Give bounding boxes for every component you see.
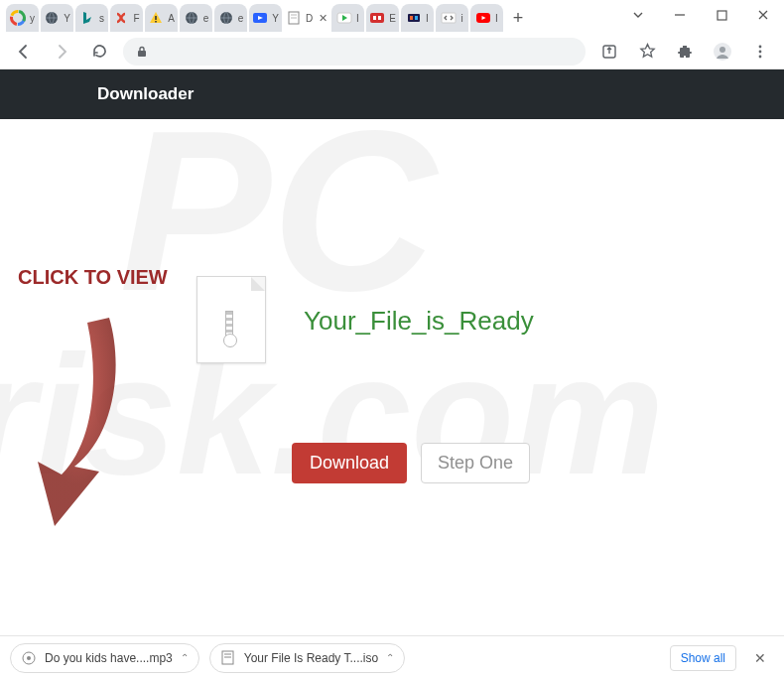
favicon-icon <box>44 10 60 26</box>
reload-button[interactable] <box>85 38 113 66</box>
browser-tab[interactable]: e <box>214 4 247 32</box>
browser-tab[interactable]: E <box>366 4 399 32</box>
click-to-view-label: CLICK TO VIEW <box>18 266 168 289</box>
browser-tab[interactable]: A <box>145 4 178 32</box>
svg-point-27 <box>719 47 725 53</box>
browser-tab[interactable]: Y <box>41 4 73 32</box>
new-tab-button[interactable]: + <box>505 5 531 31</box>
tab-label: I <box>426 13 429 24</box>
tab-label: D <box>306 13 313 24</box>
maximize-button[interactable] <box>701 0 742 30</box>
download-button[interactable]: Download <box>292 443 407 483</box>
tab-label: I <box>356 13 359 24</box>
svg-rect-15 <box>373 16 376 20</box>
svg-rect-17 <box>408 14 420 22</box>
favicon-icon <box>441 10 457 26</box>
menu-icon[interactable] <box>746 38 774 66</box>
browser-tab[interactable]: F <box>110 4 143 32</box>
browser-tab[interactable]: e <box>180 4 212 32</box>
chevron-up-icon[interactable]: ⌃ <box>386 652 394 663</box>
download-item[interactable]: Do you kids have....mp3 ⌃ <box>10 643 199 673</box>
window-titlebar: yYsFAeeYD✕IEIiI+ <box>0 0 784 34</box>
address-bar[interactable] <box>123 38 586 66</box>
window-controls <box>617 0 784 30</box>
lock-icon <box>135 45 149 59</box>
favicon-icon <box>113 10 129 26</box>
svg-point-30 <box>759 55 762 58</box>
page-viewport: Downloader PC risk.com CLICK TO VIEW You… <box>0 69 784 635</box>
svg-rect-24 <box>138 51 146 57</box>
svg-point-28 <box>759 45 762 48</box>
svg-point-32 <box>27 656 31 660</box>
browser-tab[interactable]: I <box>470 4 503 32</box>
svg-rect-18 <box>410 16 413 20</box>
disk-file-icon <box>220 650 236 666</box>
page-content: PC risk.com CLICK TO VIEW Your_File_is_R… <box>0 119 784 635</box>
svg-rect-5 <box>155 16 157 20</box>
favicon-icon <box>218 10 234 26</box>
tab-label: e <box>203 13 209 24</box>
tab-label: y <box>30 13 35 24</box>
page-title: Downloader <box>97 84 194 104</box>
tab-label: A <box>168 13 175 24</box>
svg-rect-16 <box>378 16 381 20</box>
browser-tab[interactable]: I <box>401 4 434 32</box>
tab-label: I <box>495 13 498 24</box>
download-item[interactable]: Your File Is Ready T....iso ⌃ <box>209 643 405 673</box>
favicon-icon <box>252 10 268 26</box>
svg-rect-14 <box>370 13 384 23</box>
file-ready-text: Your_File_is_Ready <box>304 306 534 337</box>
download-filename: Your File Is Ready T....iso <box>244 651 378 665</box>
svg-rect-19 <box>415 16 418 20</box>
svg-rect-6 <box>155 21 157 23</box>
browser-tab[interactable]: s <box>75 4 108 32</box>
browser-tab[interactable]: y <box>6 4 39 32</box>
show-all-downloads[interactable]: Show all <box>670 645 736 671</box>
favicon-icon <box>148 10 164 26</box>
favicon-icon <box>336 10 352 26</box>
browser-tab[interactable]: i <box>436 4 468 32</box>
tab-label: i <box>460 13 462 24</box>
close-downloads-bar[interactable]: ✕ <box>746 650 774 666</box>
tab-label: s <box>99 13 104 24</box>
page-header: Downloader <box>0 69 784 119</box>
tab-label: Y <box>272 13 279 24</box>
favicon-icon <box>10 10 26 26</box>
arrow-icon <box>20 308 149 536</box>
back-button[interactable] <box>10 38 38 66</box>
favicon-icon <box>475 10 491 26</box>
browser-toolbar <box>0 34 784 69</box>
tab-label: F <box>133 13 139 24</box>
svg-point-29 <box>759 50 762 53</box>
tab-label: E <box>389 13 396 24</box>
profile-icon[interactable] <box>709 38 736 66</box>
chevron-up-icon[interactable]: ⌃ <box>181 652 189 663</box>
svg-rect-23 <box>718 11 726 20</box>
favicon-icon <box>79 10 95 26</box>
share-icon[interactable] <box>595 38 623 66</box>
browser-tab[interactable]: D✕ <box>284 4 329 32</box>
tab-label: e <box>238 13 244 24</box>
download-filename: Do you kids have....mp3 <box>45 651 173 665</box>
step-one-button[interactable]: Step One <box>421 443 530 483</box>
downloads-bar: Do you kids have....mp3 ⌃ Your File Is R… <box>0 635 784 679</box>
favicon-icon <box>369 10 385 26</box>
tab-strip: yYsFAeeYD✕IEIiI+ <box>0 0 617 32</box>
forward-button[interactable] <box>48 38 75 66</box>
audio-file-icon <box>21 650 37 666</box>
browser-tab[interactable]: Y <box>249 4 282 32</box>
close-button[interactable] <box>742 0 784 30</box>
chevron-down-icon[interactable] <box>617 0 659 30</box>
favicon-icon <box>406 10 422 26</box>
minimize-button[interactable] <box>659 0 701 30</box>
favicon-icon <box>286 10 302 26</box>
star-icon[interactable] <box>633 38 661 66</box>
tab-label: Y <box>64 13 70 24</box>
tab-close-icon[interactable]: ✕ <box>319 12 327 25</box>
extensions-icon[interactable] <box>671 38 699 66</box>
zip-file-icon <box>196 276 266 363</box>
favicon-icon <box>184 10 199 26</box>
browser-tab[interactable]: I <box>331 4 364 32</box>
